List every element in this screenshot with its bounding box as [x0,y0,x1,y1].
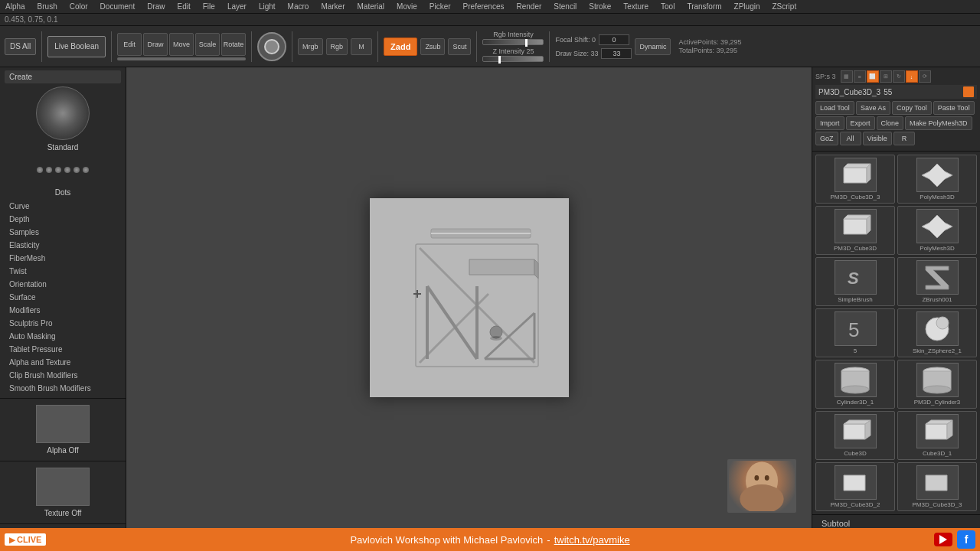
goz-button[interactable]: GoZ [815,132,838,145]
sp-swo-icon[interactable]: ⟳ [919,70,931,83]
mesh-item-simplebrush[interactable]: S SimpleBrush [815,257,895,306]
surface-item[interactable]: Surface [5,291,121,304]
sp-geo-icon[interactable]: ≡ [854,70,866,83]
zadd-button[interactable]: Zadd [384,37,417,56]
orientation-item[interactable]: Orientation [5,278,121,291]
mesh-item-cube3d-solo[interactable]: Cube3D [815,411,895,460]
m-button[interactable]: M [351,38,372,55]
sculptris-pro-item[interactable]: Sculptris Pro [5,317,121,330]
menu-marker[interactable]: Marker [318,2,347,11]
r-button[interactable]: R [893,132,915,145]
texture-preview[interactable] [36,468,90,506]
alpha-texture-item[interactable]: Alpha and Texture [5,356,121,369]
menu-alpha[interactable]: Alpha [3,2,28,11]
mesh-item-zbrush001[interactable]: ZBrush001 [897,257,977,306]
all-button[interactable]: All [840,132,861,145]
mesh-item-5[interactable]: 5 5 [815,308,895,357]
import-button[interactable]: Import [815,116,844,130]
export-button[interactable]: Export [846,116,875,130]
facebook-icon[interactable]: f [957,530,975,549]
curve-item[interactable]: Curve [5,200,121,213]
mesh-item-polymesh3d2[interactable]: PolyMesh3D [897,206,977,255]
menu-zscript[interactable]: ZScript [770,2,799,11]
brush-size-indicator[interactable] [257,32,286,61]
rgb-intensity-track[interactable] [482,39,544,45]
menu-stencil[interactable]: Stencil [551,2,579,11]
menu-brush[interactable]: Brush [35,2,60,11]
rgb-button[interactable]: Rgb [326,38,348,55]
menu-stroke[interactable]: Stroke [586,2,613,11]
paste-tool-button[interactable]: Paste Tool [933,101,975,115]
mrgb-button[interactable]: Mrgb [298,38,323,55]
mesh-item-skin[interactable]: Skin_ZSphere2_1 [897,308,977,357]
auto-masking-item[interactable]: Auto Masking [5,330,121,343]
make-polymesh-button[interactable]: Make PolyMesh3D [905,116,972,130]
focal-shift-input[interactable] [599,34,629,45]
clone-button[interactable]: Clone [877,116,904,130]
mesh-item-polymesh3d[interactable]: PolyMesh3D [897,155,977,204]
menu-movie[interactable]: Movie [394,2,420,11]
rotate-button[interactable]: Rotate [221,33,246,56]
samples-item[interactable]: Samples [5,226,121,239]
modifiers-item[interactable]: Modifiers [5,304,121,317]
elasticity-item[interactable]: Elasticity [5,239,121,252]
mesh-item-pm3d-cube3d3[interactable]: Cube3D_1 [897,411,977,460]
depth-item[interactable]: Depth [5,213,121,226]
sp-drop-icon[interactable]: ↓ [906,70,918,83]
visible-button[interactable]: Visible [863,132,892,145]
menu-layer[interactable]: Layer [225,2,249,11]
z-intensity-track[interactable] [482,56,544,62]
mesh-item-cylinder3d1[interactable]: Cylinder3D_1 [815,360,895,409]
create-header[interactable]: Create [5,70,121,83]
twitch-link[interactable]: twitch.tv/pavmike [554,534,630,546]
brush-preview-ball[interactable] [36,86,90,140]
mesh-item-pm3d-cube3d-a[interactable]: PM3D_Cube3D_2 [815,462,895,511]
ds-all-button[interactable]: DS All [5,38,36,55]
save-as-button[interactable]: Save As [856,101,890,115]
sp-loft-icon[interactable]: ⬜ [867,70,879,83]
draw-button[interactable]: Draw [143,33,168,56]
mesh-item-pm3d-cylinder3[interactable]: PM3D_Cylinder3 [897,360,977,409]
menu-edit[interactable]: Edit [175,2,193,11]
mesh-item-pm3d-cube3d-b[interactable]: PM3D_Cube3D_3 [897,462,977,511]
subtool-item[interactable]: Subtool [815,517,977,528]
alpha-preview[interactable] [36,405,90,443]
menu-document[interactable]: Document [98,2,138,11]
move-button[interactable]: Move [169,33,194,56]
live-boolean-button[interactable]: Live Boolean [47,36,106,57]
clip-brush-item[interactable]: Clip Brush Modifiers [5,369,121,382]
menu-draw[interactable]: Draw [145,2,167,11]
menu-tool[interactable]: Tool [658,2,677,11]
fibermesh-item[interactable]: FiberMesh [5,252,121,265]
youtube-icon[interactable] [934,533,952,546]
sp-dynamic-icon[interactable]: ▦ [841,70,853,83]
menu-preferences[interactable]: Preferences [461,2,507,11]
menu-macro[interactable]: Macro [286,2,312,11]
menu-texture[interactable]: Texture [621,2,651,11]
menu-transform[interactable]: Transform [684,2,724,11]
scale-button[interactable]: Scale [195,33,220,56]
copy-tool-button[interactable]: Copy Tool [892,101,932,115]
sp-roll-icon[interactable]: ↻ [893,70,905,83]
tablet-pressure-item[interactable]: Tablet Pressure [5,343,121,356]
load-tool-button[interactable]: Load Tool [815,101,854,115]
menu-render[interactable]: Render [514,2,544,11]
smooth-brush-item[interactable]: Smooth Brush Modifiers [5,382,121,395]
dots-preview[interactable] [36,155,90,185]
draw-size-input[interactable] [601,48,632,59]
zsub-button[interactable]: Zsub [420,38,445,55]
menu-material[interactable]: Material [355,2,387,11]
twist-item[interactable]: Twist [5,265,121,278]
menu-picker[interactable]: Picker [427,2,453,11]
mesh-item-cube3d2[interactable]: PM3D_Cube3D [815,206,895,255]
menu-zplugin[interactable]: ZPlugin [732,2,763,11]
scut-button[interactable]: Scut [448,38,471,55]
dynamic-button[interactable]: Dynamic [635,38,671,55]
menu-light[interactable]: Light [256,2,278,11]
edit-button[interactable]: Edit [117,33,142,56]
menu-file[interactable]: File [201,2,217,11]
viewport[interactable]: + [370,198,569,397]
mesh-item-pm3d-cube3d[interactable]: PM3D_Cube3D_3 [815,155,895,204]
sp-framefill-icon[interactable]: ⊞ [880,70,892,83]
menu-color[interactable]: Color [67,2,90,11]
